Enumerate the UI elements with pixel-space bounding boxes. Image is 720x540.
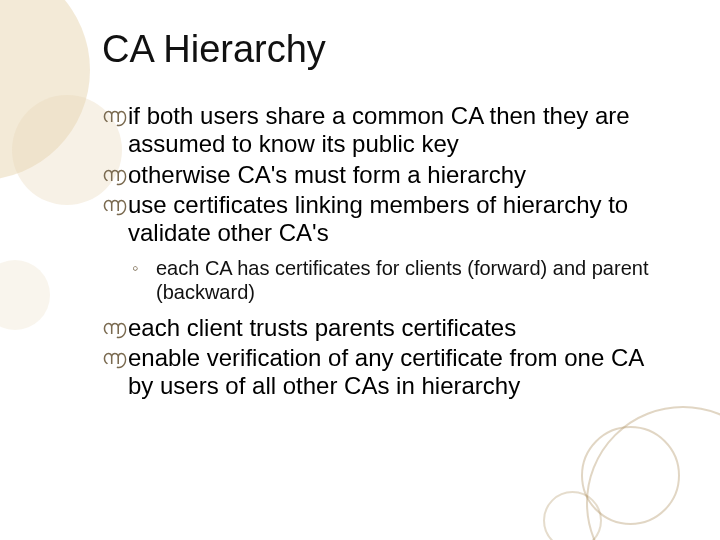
bullet-level1: ൬ enable verification of any certificate… [102,344,652,401]
swirl-bullet-icon: ൬ [102,347,122,367]
bullet-text: use certificates linking members of hier… [128,191,628,246]
bullet-text: enable verification of any certificate f… [128,344,643,399]
swirl-bullet-icon: ൬ [102,194,122,214]
bullet-level1: ൬ otherwise CA's must form a hierarchy [102,161,652,189]
bg-circle [0,260,50,330]
bullet-text: each CA has certificates for clients (fo… [156,257,648,303]
bg-ring [581,426,680,525]
swirl-bullet-icon: ൬ [102,317,122,337]
slide-title: CA Hierarchy [102,28,326,71]
bg-circle [0,0,90,180]
bullet-level1: ൬ use certificates linking members of hi… [102,191,652,248]
bullet-level1: ൬ each client trusts parents certificate… [102,314,652,342]
hollow-bullet-icon: ◦ [132,258,148,280]
slide-content: ൬ if both users share a common CA then t… [102,102,652,403]
bg-ring [586,406,720,540]
bullet-level2: ◦ each CA has certificates for clients (… [102,256,652,304]
slide: CA Hierarchy ൬ if both users share a com… [0,0,720,540]
bullet-text: each client trusts parents certificates [128,314,516,341]
swirl-bullet-icon: ൬ [102,164,122,184]
bg-ring [543,491,602,540]
bullet-level1: ൬ if both users share a common CA then t… [102,102,652,159]
bullet-text: otherwise CA's must form a hierarchy [128,161,526,188]
bullet-text: if both users share a common CA then the… [128,102,630,157]
swirl-bullet-icon: ൬ [102,105,122,125]
